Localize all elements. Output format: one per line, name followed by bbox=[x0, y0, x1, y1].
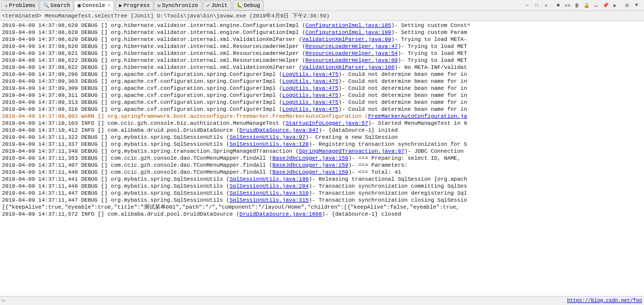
log-line-12: 2019-04-09 14:37:09,316 DEBUG [] org.apa… bbox=[0, 106, 644, 113]
log-text-1: 2019-04-09 14:37:08,620 DEBUG [] org.hib… bbox=[2, 29, 305, 36]
log-link-6[interactable]: ValidationXmlParser.java:106 bbox=[302, 64, 395, 71]
log-line-11: 2019-04-09 14:37:09,313 DEBUG [] org.apa… bbox=[0, 99, 644, 106]
log-link-24[interactable]: SqlSessionUtils.java:310 bbox=[229, 190, 308, 197]
clear-console-btn[interactable]: 🗑 bbox=[573, 1, 582, 10]
tab-divider-2 bbox=[202, 1, 203, 9]
progress-icon: ▶ bbox=[119, 2, 122, 8]
log-link-9[interactable]: LogUtils.java:475 bbox=[282, 85, 338, 92]
tab-synchronize-label: Synchronize bbox=[162, 2, 198, 8]
log-link-16[interactable]: SqlSessionUtils.java:97 bbox=[229, 134, 305, 141]
tab-junit[interactable]: ✓ JUnit bbox=[203, 0, 231, 10]
log-line-19: 2019-04-09 14:37:11,353 DEBUG [] com.cci… bbox=[0, 155, 644, 162]
log-link-19[interactable]: BaseJdbcLogger.java:159 bbox=[272, 155, 348, 162]
close-view-btn[interactable]: ✕ bbox=[542, 1, 551, 10]
tab-progress[interactable]: ▶ Progress bbox=[115, 0, 153, 10]
tab-problems[interactable]: ⚠ Problems bbox=[1, 0, 39, 10]
log-link-18[interactable]: SpringManagedTransaction.java:87 bbox=[299, 148, 404, 155]
log-suffix-15: )- {dataSource-1} inited bbox=[319, 127, 398, 134]
sync-icon: ↻ bbox=[157, 2, 160, 8]
terminated-status-text: <terminated> MenuManageTest.selectTree [… bbox=[2, 12, 330, 19]
log-link-8[interactable]: LogUtils.java:475 bbox=[282, 78, 338, 85]
log-suffix-19: )- ==> Preparing: select ID, NAME, bbox=[348, 155, 460, 162]
log-link-25[interactable]: SqlSessionUtils.java:315 bbox=[229, 197, 308, 204]
bottom-bar: ↔ https://blog.csdn.net/foo bbox=[0, 296, 644, 305]
log-link-5[interactable]: ResourceLoaderHelper.java:60 bbox=[305, 57, 398, 64]
log-suffix-0: )- Setting custom Const^ bbox=[391, 22, 470, 29]
log-line-9: 2019-04-09 14:37:09,309 DEBUG [] org.apa… bbox=[0, 85, 644, 92]
log-suffix-4: )- Trying to load MET bbox=[398, 50, 467, 57]
log-link-23[interactable]: SqlSessionUtils.java:284 bbox=[229, 183, 308, 190]
console-output[interactable]: 2019-04-09 14:37:08,620 DEBUG [] org.hib… bbox=[0, 21, 644, 296]
log-suffix-23: )- Transaction synchronization committin… bbox=[309, 183, 467, 190]
log-link-0[interactable]: ConfigurationImpl.java:185 bbox=[305, 22, 391, 29]
log-text-6: 2019-04-09 14:37:08,622 DEBUG [] org.hib… bbox=[2, 64, 302, 71]
tab-console[interactable]: ▣ Console ✕ bbox=[74, 0, 114, 10]
log-text-15: 2019-04-09 14:37:10,412 INFO [] com.alib… bbox=[2, 127, 239, 134]
log-line-1: 2019-04-09 14:37:08,620 DEBUG [] org.hib… bbox=[0, 29, 644, 36]
log-text-21: 2019-04-09 14:37:11,440 DEBUG [] com.cci… bbox=[2, 169, 272, 176]
search-icon: 🔍 bbox=[43, 2, 49, 8]
log-link-11[interactable]: LogUtils.java:475 bbox=[282, 99, 338, 106]
log-link-12[interactable]: LogUtils.java:475 bbox=[282, 106, 338, 113]
log-line-15: 2019-04-09 14:37:10,412 INFO [] com.alib… bbox=[0, 127, 644, 134]
log-line-7: 2019-04-09 14:37:09,296 DEBUG [] org.apa… bbox=[0, 71, 644, 78]
log-suffix-10: )- Could not determine bean name for in bbox=[338, 92, 467, 99]
log-line-8: 2019-04-09 14:37:09,303 DEBUG [] org.apa… bbox=[0, 78, 644, 85]
log-suffix-17: )- Registering transaction synchronizati… bbox=[309, 141, 467, 148]
log-link-22[interactable]: SqlSessionUtils.java:186 bbox=[229, 176, 308, 183]
csdn-link[interactable]: https://blog.csdn.net/foo bbox=[567, 298, 642, 304]
tab-synchronize[interactable]: ↻ Synchronize bbox=[154, 0, 202, 10]
log-link-3[interactable]: ResourceLoaderHelper.java:47 bbox=[305, 43, 398, 50]
maximize-btn[interactable]: □ bbox=[532, 1, 541, 10]
log-suffix-11: )- Could not determine bean name for in bbox=[338, 99, 467, 106]
debug-icon: 🐛 bbox=[236, 2, 242, 8]
tab-debug[interactable]: 🐛 Debug bbox=[233, 0, 264, 10]
console-close-icon[interactable]: ✕ bbox=[108, 2, 110, 8]
log-text-18: 2019-04-09 14:37:11,348 DEBUG [] org.myb… bbox=[2, 148, 299, 155]
log-line-25: 2019-04-09 14:37:11,447 DEBUG [] org.myb… bbox=[0, 197, 644, 204]
log-link-4[interactable]: ResourceLoaderHelper.java:54 bbox=[305, 50, 398, 57]
log-suffix-27: )- {dataSource-1} closed bbox=[322, 211, 401, 218]
remove-terminated-btn[interactable]: ✕✕ bbox=[563, 1, 572, 10]
log-text-19: 2019-04-09 14:37:11,353 DEBUG [] com.cci… bbox=[2, 155, 272, 162]
log-link-10[interactable]: LogUtils.java:475 bbox=[282, 92, 338, 99]
toolbar-right: — □ ✕ ■ ✕✕ 🗑 🔒 ↵ 📌 ▶ ⊞ ▼ bbox=[523, 1, 643, 10]
log-link-27[interactable]: DruidDataSource.java:1608 bbox=[239, 211, 322, 218]
log-line-24: 2019-04-09 14:37:11,447 DEBUG [] org.myb… bbox=[0, 190, 644, 197]
log-line-21: 2019-04-09 14:37:11,440 DEBUG [] com.cci… bbox=[0, 169, 644, 176]
pin-console-btn[interactable]: 📌 bbox=[601, 1, 610, 10]
log-link-14[interactable]: StartupInfoLogger.java:57 bbox=[286, 120, 368, 127]
log-link-13[interactable]: FreeMarkerAutoConfiguration.ja bbox=[368, 113, 467, 120]
junit-icon: ✓ bbox=[207, 2, 210, 8]
log-link-21[interactable]: BaseJdbcLogger.java:159 bbox=[272, 169, 348, 176]
log-line-6: 2019-04-09 14:37:08,622 DEBUG [] org.hib… bbox=[0, 64, 644, 71]
log-link-1[interactable]: ConfigurationImpl.java:199 bbox=[305, 29, 391, 36]
scroll-lock-btn[interactable]: 🔒 bbox=[582, 1, 591, 10]
log-link-7[interactable]: LogUtils.java:475 bbox=[282, 71, 338, 78]
log-link-20[interactable]: BaseJdbcLogger.java:159 bbox=[272, 162, 348, 169]
log-link-2[interactable]: ValidationXmlParser.java:99 bbox=[302, 36, 391, 43]
log-link-15[interactable]: DruidDataSource.java:847 bbox=[239, 127, 318, 134]
log-line-0: 2019-04-09 14:37:08,620 DEBUG [] org.hib… bbox=[0, 22, 644, 29]
log-suffix-3: )- Trying to load MET bbox=[398, 43, 467, 50]
log-line-26: [{"keepAlive":true,"eyeable":true,"title… bbox=[0, 204, 644, 211]
tab-divider-1 bbox=[114, 1, 115, 9]
minimize-btn[interactable]: — bbox=[523, 1, 532, 10]
log-text-26: [{"keepAlive":true,"eyeable":true,"title… bbox=[2, 204, 459, 211]
log-text-4: 2019-04-09 14:37:08,621 DEBUG [] org.hib… bbox=[2, 50, 305, 57]
log-line-4: 2019-04-09 14:37:08,621 DEBUG [] org.hib… bbox=[0, 50, 644, 57]
tab-bar: ⚠ Problems 🔍 Search ▣ Console ✕ ▶ Progre… bbox=[0, 0, 644, 11]
tab-problems-label: Problems bbox=[9, 2, 35, 8]
log-text-23: 2019-04-09 14:37:11,446 DEBUG [] org.myb… bbox=[2, 183, 229, 190]
open-console-btn[interactable]: ▶ bbox=[611, 1, 620, 10]
word-wrap-btn[interactable]: ↵ bbox=[592, 1, 601, 10]
tab-search[interactable]: 🔍 Search bbox=[39, 0, 74, 10]
tab-debug-label: Debug bbox=[244, 2, 260, 8]
display-sel-btn[interactable]: ▼ bbox=[632, 1, 641, 10]
new-console-btn[interactable]: ⊞ bbox=[623, 1, 632, 10]
log-line-3: 2019-04-09 14:37:08,620 DEBUG [] org.hib… bbox=[0, 43, 644, 50]
log-link-17[interactable]: SqlSessionUtils.java:128 bbox=[229, 141, 308, 148]
log-suffix-12: )- Could not determine bean name for in bbox=[338, 106, 467, 113]
terminate-btn[interactable]: ■ bbox=[554, 1, 563, 10]
log-suffix-1: )- Setting custom Param bbox=[391, 29, 467, 36]
